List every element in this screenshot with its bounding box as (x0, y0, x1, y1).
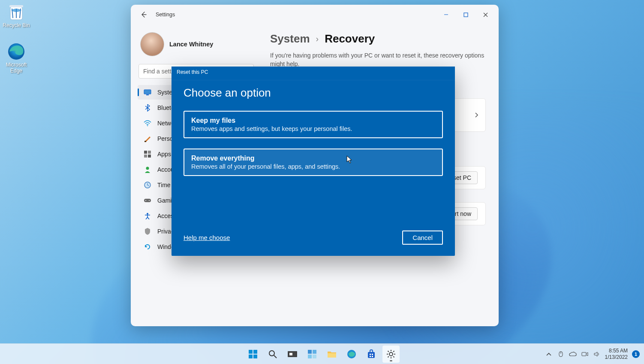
svg-point-17 (146, 167, 149, 170)
svg-rect-4 (464, 13, 468, 17)
taskbar-explorer[interactable] (323, 346, 340, 363)
page-description: If you're having problems with your PC o… (270, 52, 486, 68)
tray-volume-icon[interactable] (593, 350, 601, 358)
clock-globe-icon (144, 181, 151, 189)
brush-icon (144, 135, 151, 143)
option-keep-files[interactable]: Keep my files Removes apps and settings,… (184, 111, 443, 138)
taskbar-settings[interactable] (382, 346, 400, 363)
svg-rect-14 (148, 151, 151, 154)
desktop-icon-label: Microsoft Edge (0, 62, 33, 74)
option-subtitle: Removes apps and settings, but keeps you… (191, 125, 435, 132)
shield-icon (144, 228, 151, 235)
taskbar-taskview[interactable] (284, 346, 301, 363)
svg-point-27 (269, 351, 274, 356)
widgets-icon (307, 349, 317, 359)
svg-rect-32 (313, 350, 316, 354)
svg-rect-26 (253, 355, 257, 358)
svg-rect-13 (144, 151, 147, 154)
edge-icon (346, 349, 357, 359)
svg-rect-37 (368, 352, 375, 358)
breadcrumb-current: Recovery (325, 32, 375, 46)
folder-icon (327, 350, 337, 358)
svg-rect-34 (313, 355, 316, 358)
taskbar-widgets[interactable] (304, 346, 321, 363)
desktop-edge[interactable]: Microsoft Edge (0, 42, 33, 74)
back-button[interactable] (137, 8, 150, 21)
window-minimize[interactable] (436, 8, 456, 21)
desktop-recycle-bin[interactable]: Recycle Bin (0, 3, 33, 28)
svg-rect-35 (328, 353, 336, 358)
search-icon (268, 349, 277, 359)
profile-name: Lance Whitney (169, 41, 213, 48)
arrow-left-icon (140, 11, 147, 18)
svg-rect-1 (9, 5, 23, 7)
option-title: Keep my files (191, 117, 435, 124)
svg-rect-30 (289, 353, 292, 355)
svg-rect-15 (144, 155, 147, 158)
help-me-choose-link[interactable]: Help me choose (184, 234, 230, 241)
taskbar-search[interactable] (264, 346, 281, 363)
svg-point-21 (149, 200, 150, 201)
svg-rect-53 (582, 352, 586, 356)
chevron-right-icon: › (316, 34, 319, 44)
option-subtitle: Removes all of your personal files, apps… (191, 163, 435, 170)
system-icon (144, 88, 151, 96)
taskbar-store[interactable] (363, 346, 380, 363)
store-icon (367, 349, 376, 359)
option-title: Remove everything (191, 155, 435, 162)
taskbar-pinned (244, 346, 400, 363)
taskbar-edge[interactable] (343, 346, 360, 363)
clock-date: 1/13/2022 (605, 354, 628, 360)
accessibility-icon (144, 212, 151, 220)
tray-chevron-up-icon[interactable] (545, 350, 553, 358)
svg-point-22 (147, 213, 148, 215)
recycle-bin-icon (7, 3, 26, 21)
svg-rect-33 (308, 355, 312, 358)
svg-line-48 (393, 356, 394, 357)
option-remove-everything[interactable]: Remove everything Removes all of your pe… (184, 149, 443, 176)
profile-block[interactable]: Lance Whitney (135, 29, 257, 64)
svg-rect-24 (253, 350, 257, 354)
svg-point-11 (147, 125, 148, 126)
tray-meet-now-icon[interactable] (581, 350, 589, 358)
notification-badge[interactable]: 1 (632, 350, 640, 358)
svg-rect-31 (308, 350, 312, 354)
bluetooth-icon (144, 104, 151, 112)
svg-line-50 (393, 351, 394, 352)
edge-icon (7, 42, 26, 61)
desktop-icon-label: Recycle Bin (0, 22, 33, 28)
svg-rect-16 (148, 155, 151, 158)
update-icon (144, 243, 151, 251)
svg-rect-25 (249, 355, 253, 358)
svg-rect-40 (370, 356, 371, 357)
svg-rect-39 (372, 354, 373, 355)
system-tray: 8:55 AM 1/13/2022 1 (545, 348, 644, 360)
dialog-heading: Choose an option (184, 86, 443, 100)
window-maximize[interactable] (456, 8, 475, 21)
tray-mouse-icon[interactable] (557, 350, 565, 358)
svg-line-49 (388, 356, 389, 357)
taskbar: 8:55 AM 1/13/2022 1 (0, 343, 644, 364)
svg-line-28 (274, 355, 277, 358)
svg-rect-38 (370, 354, 371, 355)
taskbar-clock[interactable]: 8:55 AM 1/13/2022 (605, 348, 628, 360)
start-button[interactable] (244, 346, 262, 363)
person-icon (144, 166, 151, 173)
apps-icon (144, 150, 151, 158)
tray-onedrive-icon[interactable] (569, 350, 577, 358)
clock-time: 8:55 AM (605, 348, 628, 354)
svg-rect-23 (249, 350, 253, 354)
svg-rect-9 (144, 90, 151, 94)
avatar (140, 32, 164, 56)
gamepad-icon (144, 197, 151, 204)
dialog-title: Reset this PC (172, 67, 455, 80)
wifi-icon (144, 119, 151, 127)
nav-label: Apps (157, 151, 171, 158)
svg-point-42 (389, 352, 393, 356)
svg-line-47 (388, 351, 389, 352)
breadcrumb-parent[interactable]: System (270, 32, 310, 46)
cancel-button[interactable]: Cancel (402, 231, 443, 245)
window-close[interactable] (475, 8, 495, 21)
titlebar: Settings (131, 5, 499, 24)
svg-rect-41 (372, 356, 373, 357)
